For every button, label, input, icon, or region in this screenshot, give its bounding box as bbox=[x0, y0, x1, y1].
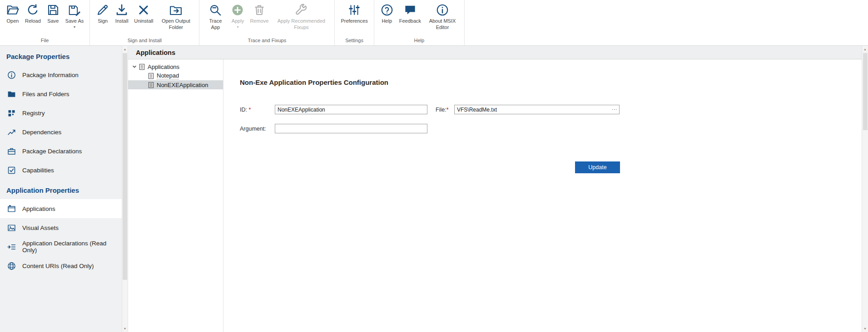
apply-recommended-fixups-button-label: Apply Recommended Fixups bbox=[274, 18, 328, 31]
toolbar-group-label-sign-and-install: Sign and Install bbox=[93, 36, 196, 45]
trace-app-magnifier-icon bbox=[208, 3, 222, 17]
install-button[interactable]: Install bbox=[112, 2, 131, 24]
preferences-sliders-icon bbox=[347, 3, 361, 17]
list-arrow-icon bbox=[7, 242, 16, 252]
required-asterisk: * bbox=[248, 107, 251, 113]
sidebar-item-applications[interactable]: Applications bbox=[0, 199, 122, 218]
open-output-folder-button-label: Open Output Folder bbox=[159, 18, 193, 31]
browse-file-button[interactable]: ... bbox=[612, 105, 617, 111]
required-asterisk: * bbox=[446, 107, 449, 113]
apply-fixup-button-label: Apply bbox=[232, 18, 244, 24]
about-info-icon bbox=[436, 3, 449, 17]
help-button[interactable]: Help bbox=[377, 2, 397, 24]
trace-app-button-label: Trace App bbox=[205, 18, 225, 31]
tree-item-label: Applications bbox=[148, 63, 179, 70]
sidebar-item-label: Dependencies bbox=[22, 129, 61, 136]
dependencies-icon bbox=[7, 127, 16, 137]
sidebar-section-package-properties: Package Properties bbox=[0, 46, 122, 65]
about-msix-editor-button[interactable]: About MSIX Editor bbox=[424, 2, 461, 31]
checkbox-icon bbox=[7, 166, 16, 175]
sidebar-item-package-information[interactable]: Package Information bbox=[0, 65, 122, 84]
sidebar-item-visual-assets[interactable]: Visual Assets bbox=[0, 218, 122, 237]
scrollbar-down-arrow-icon[interactable]: ▼ bbox=[862, 325, 868, 332]
apply-dropdown-caret-icon: ▾ bbox=[237, 25, 238, 29]
argument-input[interactable] bbox=[275, 124, 427, 133]
reload-button[interactable]: Reload bbox=[22, 2, 44, 24]
sidebar-item-capabilities[interactable]: Capabilities bbox=[0, 161, 122, 180]
preferences-button-label: Preferences bbox=[341, 18, 367, 24]
open-output-folder-button[interactable]: Open Output Folder bbox=[156, 2, 196, 31]
sidebar-item-package-declarations[interactable]: Package Declarations bbox=[0, 142, 122, 161]
package-icon bbox=[7, 146, 16, 156]
sidebar-item-label: Content URIs (Read Only) bbox=[22, 263, 94, 269]
uninstall-x-icon bbox=[137, 3, 150, 17]
open-button[interactable]: Open bbox=[3, 2, 22, 24]
sidebar-item-dependencies[interactable]: Dependencies bbox=[0, 122, 122, 142]
help-button-label: Help bbox=[382, 18, 392, 24]
open-icon bbox=[6, 3, 20, 17]
sidebar-item-label: Application Declarations (Read Only) bbox=[22, 240, 122, 254]
sidebar-section-application-properties: Application Properties bbox=[0, 180, 122, 199]
sidebar-item-application-declarations[interactable]: Application Declarations (Read Only) bbox=[0, 237, 122, 256]
feedback-button[interactable]: Feedback bbox=[397, 2, 424, 24]
sign-button-label: Sign bbox=[98, 18, 108, 24]
scrollbar-down-arrow-icon[interactable]: ▼ bbox=[122, 325, 128, 332]
toolbar-group-help: Help Feedback About MSIX Editor Help bbox=[374, 0, 465, 45]
uninstall-button[interactable]: Uninstall bbox=[131, 2, 156, 24]
sidebar-item-registry[interactable]: Registry bbox=[0, 103, 122, 122]
apply-fixup-button: Apply ▾ bbox=[228, 2, 247, 29]
about-msix-editor-button-label: About MSIX Editor bbox=[427, 18, 458, 31]
document-icon bbox=[148, 73, 154, 79]
toolbar-group-label-trace-and-fixups: Trace and Fixups bbox=[203, 36, 331, 45]
fixups-wrench-icon bbox=[294, 3, 308, 17]
document-icon bbox=[148, 82, 154, 88]
install-arrow-icon bbox=[115, 3, 129, 17]
reload-button-label: Reload bbox=[25, 18, 41, 24]
sidebar-scrollbar[interactable]: ▲ ▼ bbox=[122, 46, 128, 332]
scrollbar-track[interactable] bbox=[122, 53, 128, 325]
save-button[interactable]: Save bbox=[44, 2, 63, 24]
sidebar-item-label: Package Information bbox=[22, 72, 79, 78]
sidebar-item-label: Applications bbox=[22, 205, 55, 212]
open-output-folder-icon bbox=[169, 3, 183, 17]
scrollbar-up-arrow-icon[interactable]: ▲ bbox=[122, 46, 128, 53]
registry-icon bbox=[7, 108, 16, 118]
scrollbar-up-arrow-icon[interactable]: ▲ bbox=[862, 46, 868, 53]
page-title: Applications bbox=[128, 46, 862, 59]
tree-item-nonexeapplication[interactable]: NonEXEApplication bbox=[128, 80, 223, 89]
sidebar-item-files-and-folders[interactable]: Files and Folders bbox=[0, 84, 122, 103]
id-input[interactable] bbox=[275, 105, 427, 114]
tree-item-applications-root[interactable]: Applications bbox=[128, 62, 223, 71]
file-input[interactable] bbox=[454, 105, 620, 114]
sidebar-item-content-uris[interactable]: Content URIs (Read Only) bbox=[0, 256, 122, 275]
feedback-bubble-icon bbox=[403, 3, 417, 17]
save-as-dropdown-caret-icon[interactable]: ▾ bbox=[74, 25, 75, 29]
tree-item-label: NonEXEApplication bbox=[157, 82, 208, 88]
file-label: File:* bbox=[436, 107, 454, 113]
trace-app-button[interactable]: Trace App bbox=[203, 2, 228, 31]
toolbar-group-label-file: File bbox=[3, 36, 86, 45]
save-as-button[interactable]: Save As ▾ bbox=[63, 2, 86, 29]
chevron-down-icon[interactable] bbox=[131, 64, 138, 69]
preferences-button[interactable]: Preferences bbox=[338, 2, 370, 24]
remove-fixup-button-label: Remove bbox=[250, 18, 268, 24]
form-heading: Non-Exe Application Properties Configura… bbox=[240, 78, 388, 86]
toolbar-group-label-help: Help bbox=[377, 36, 461, 45]
apply-plus-icon bbox=[231, 3, 244, 17]
remove-trash-icon bbox=[253, 3, 266, 17]
save-button-label: Save bbox=[47, 18, 59, 24]
toolbar-group-trace-and-fixups: Trace App Apply ▾ Remove bbox=[199, 0, 335, 45]
sign-button[interactable]: Sign bbox=[93, 2, 112, 24]
application-properties-form: Non-Exe Application Properties Configura… bbox=[223, 59, 862, 332]
toolbar-group-label-settings: Settings bbox=[338, 36, 370, 45]
tree-item-label: Notepad bbox=[157, 72, 179, 79]
toolbar-group-file: Open Reload Save bbox=[0, 0, 90, 45]
update-button[interactable]: Update bbox=[575, 161, 620, 173]
remove-fixup-button: Remove bbox=[247, 2, 271, 24]
scrollbar-thumb[interactable] bbox=[123, 53, 127, 280]
scrollbar-track[interactable] bbox=[862, 53, 868, 325]
main-scrollbar[interactable]: ▲ ▼ bbox=[862, 46, 868, 332]
tree-item-notepad[interactable]: Notepad bbox=[128, 71, 223, 80]
navigation-sidebar: Package Properties Package Information F… bbox=[0, 46, 122, 332]
scrollbar-thumb[interactable] bbox=[863, 53, 868, 130]
